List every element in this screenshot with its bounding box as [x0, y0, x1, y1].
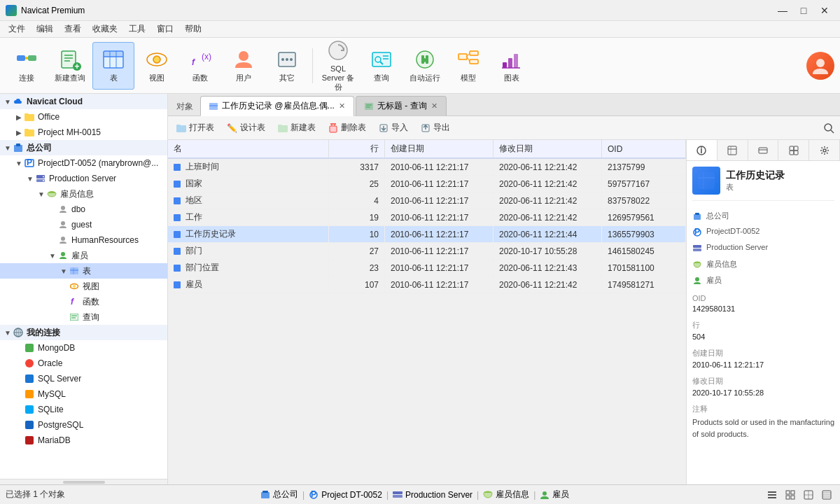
sidebar-item-production-server[interactable]: ▼ Production Server: [0, 171, 167, 186]
status-project[interactable]: P Project DT-0052: [309, 490, 382, 500]
sidebar-item-mariadb[interactable]: ▶ MariaDB: [0, 433, 167, 448]
svg-rect-117: [768, 494, 776, 496]
employee-info-toggle[interactable]: ▼: [36, 189, 46, 199]
office-toggle[interactable]: ▶: [14, 112, 24, 122]
status-view-detail[interactable]: [819, 487, 834, 503]
tab-work-history-close[interactable]: ✕: [339, 102, 345, 111]
navicat-cloud-toggle[interactable]: ▼: [3, 97, 13, 106]
sidebar-item-employee[interactable]: ▼ 雇员: [0, 248, 167, 263]
status-user[interactable]: 雇员: [540, 489, 569, 500]
import-button[interactable]: 导入: [373, 119, 414, 137]
close-button[interactable]: ✕: [815, 4, 834, 18]
sidebar-item-sqlserver[interactable]: ▶ SQL Server: [0, 371, 167, 386]
sidebar-item-humanresources[interactable]: ▶ HumanResources: [0, 232, 167, 248]
tab-untitled-query[interactable]: 无标题 - 查询 ✕: [356, 96, 447, 115]
table-row[interactable]: 地区 4 2010-06-11 12:21:17 2020-06-11 12:2…: [168, 192, 686, 209]
delete-table-button[interactable]: 删除表: [323, 119, 372, 137]
sidebar-item-mongodb[interactable]: ▶ MongoDB: [0, 340, 167, 356]
project-mh-label: Project MH-0015: [38, 127, 101, 137]
funcs-label: 函数: [83, 296, 99, 308]
toolbar-sqlbak[interactable]: SQL Server 备份: [317, 42, 359, 90]
table-row[interactable]: 上班时间 3317 2010-06-11 12:21:17 2020-06-11…: [168, 158, 686, 176]
toolbar-chart[interactable]: 图表: [491, 42, 533, 90]
info-tab-settings[interactable]: [809, 140, 840, 160]
menu-favorites[interactable]: 收藏夹: [87, 22, 123, 36]
svg-rect-121: [786, 496, 790, 499]
table-row[interactable]: 国家 25 2010-06-11 12:21:17 2020-06-11 12:…: [168, 176, 686, 192]
svg-rect-72: [365, 103, 373, 110]
status-company[interactable]: 总公司: [260, 489, 298, 500]
sidebar-item-guest[interactable]: ▶ guest: [0, 217, 167, 232]
tab-work-history[interactable]: 工作历史记录 @雇员信息.偶... ✕: [200, 96, 354, 116]
sidebar-item-postgresql[interactable]: ▶ PostgreSQL: [0, 417, 167, 433]
project-mh-toggle[interactable]: ▶: [14, 127, 24, 137]
employee-toggle[interactable]: ▼: [48, 251, 57, 260]
toolbar-connect[interactable]: 连接: [6, 42, 48, 90]
open-table-button[interactable]: 打开表: [171, 119, 220, 137]
prod-server-toggle[interactable]: ▼: [25, 174, 35, 183]
sidebar-item-my-connections[interactable]: ▼ 我的连接: [0, 325, 167, 340]
user-avatar[interactable]: [806, 52, 834, 80]
design-table-button[interactable]: ✏️ 设计表: [221, 119, 271, 137]
svg-point-107: [695, 277, 699, 281]
sidebar-item-sqlite[interactable]: ▶ SQLite: [0, 402, 167, 417]
sidebar-item-mysql[interactable]: ▶ MySQL: [0, 386, 167, 402]
toolbar-query2[interactable]: 查询: [360, 42, 402, 90]
projectdt-toggle[interactable]: ▼: [14, 158, 24, 168]
status-view-large[interactable]: [801, 487, 816, 503]
table-row[interactable]: 部门位置 23 2010-06-11 12:21:17 2020-06-11 1…: [168, 260, 686, 276]
table-row[interactable]: 雇员 107 2010-06-11 12:21:17 2020-06-11 12…: [168, 276, 686, 293]
info-tab-info[interactable]: i: [687, 140, 718, 160]
info-tab-3[interactable]: [748, 140, 779, 160]
toolbar-new-query[interactable]: + 新建查询: [49, 42, 91, 90]
menu-help[interactable]: 帮助: [179, 22, 207, 36]
toolbar-model[interactable]: 模型: [447, 42, 489, 90]
sidebar-item-views[interactable]: ▶ 视图: [0, 279, 167, 294]
sidebar-item-dbo[interactable]: ▶ dbo: [0, 202, 167, 217]
sidebar-item-oracle[interactable]: ▶ Oracle: [0, 356, 167, 371]
menu-edit[interactable]: 编辑: [31, 22, 59, 36]
tab-untitled-label: 无标题 - 查询: [377, 100, 427, 112]
info-tab-4[interactable]: [778, 140, 809, 160]
info-tab-columns[interactable]: [718, 140, 748, 160]
table-row[interactable]: 部门 27 2010-06-11 12:21:17 2020-10-17 10:…: [168, 243, 686, 260]
menu-view[interactable]: 查看: [59, 22, 87, 36]
cell-rows: 3317: [329, 158, 385, 176]
toolbar-func[interactable]: f (x) 函数: [179, 42, 221, 90]
cell-created: 2010-06-11 12:21:17: [385, 209, 493, 226]
toolbar-user[interactable]: 用户: [223, 42, 265, 90]
sidebar-item-office[interactable]: ▶ Office: [0, 109, 167, 125]
sidebar-item-projectdt[interactable]: ▼ P ProjectDT-0052 (marybrown@...: [0, 155, 167, 171]
server-breadcrumb-icon: [692, 244, 702, 253]
sidebar-item-tables[interactable]: ▼ 表: [0, 263, 167, 279]
tab-untitled-close[interactable]: ✕: [431, 102, 438, 111]
menu-file[interactable]: 文件: [3, 22, 31, 36]
toolbar-table[interactable]: 表: [92, 42, 134, 90]
svg-text:P: P: [311, 490, 316, 499]
sidebar-item-queries[interactable]: ▶ 查询: [0, 309, 167, 325]
company-toggle[interactable]: ▼: [3, 143, 13, 153]
search-button[interactable]: [820, 120, 837, 136]
minimize-button[interactable]: —: [773, 4, 792, 18]
table-row[interactable]: 工作历史记录 10 2010-06-11 12:21:17 2020-06-11…: [168, 226, 686, 243]
new-table-button[interactable]: 新建表: [272, 119, 321, 137]
sidebar-item-navicat-cloud[interactable]: ▼ Navicat Cloud: [0, 94, 167, 109]
sidebar-item-funcs[interactable]: ▶ f 函数: [0, 294, 167, 309]
my-connections-toggle[interactable]: ▼: [3, 328, 13, 337]
status-view-grid[interactable]: [783, 487, 798, 503]
status-server[interactable]: Production Server: [393, 490, 472, 500]
toolbar-auto[interactable]: ▶ 自动运行: [404, 42, 446, 90]
toolbar-other[interactable]: 其它: [266, 42, 308, 90]
menu-window[interactable]: 窗口: [151, 22, 179, 36]
table-row[interactable]: 工作 19 2010-06-11 12:21:17 2020-06-11 12:…: [168, 209, 686, 226]
sidebar-item-company[interactable]: ▼ 总公司: [0, 140, 167, 155]
sidebar-item-project-mh[interactable]: ▶ Project MH-0015: [0, 125, 167, 140]
export-button[interactable]: 导出: [415, 119, 456, 137]
toolbar-view[interactable]: 视图: [136, 42, 178, 90]
status-db[interactable]: 雇员信息: [483, 489, 529, 500]
menu-tools[interactable]: 工具: [123, 22, 151, 36]
sidebar-item-employee-info[interactable]: ▼ 雇员信息: [0, 186, 167, 202]
maximize-button[interactable]: □: [794, 4, 813, 18]
tables-toggle[interactable]: ▼: [59, 266, 69, 276]
status-view-list[interactable]: [764, 487, 780, 503]
